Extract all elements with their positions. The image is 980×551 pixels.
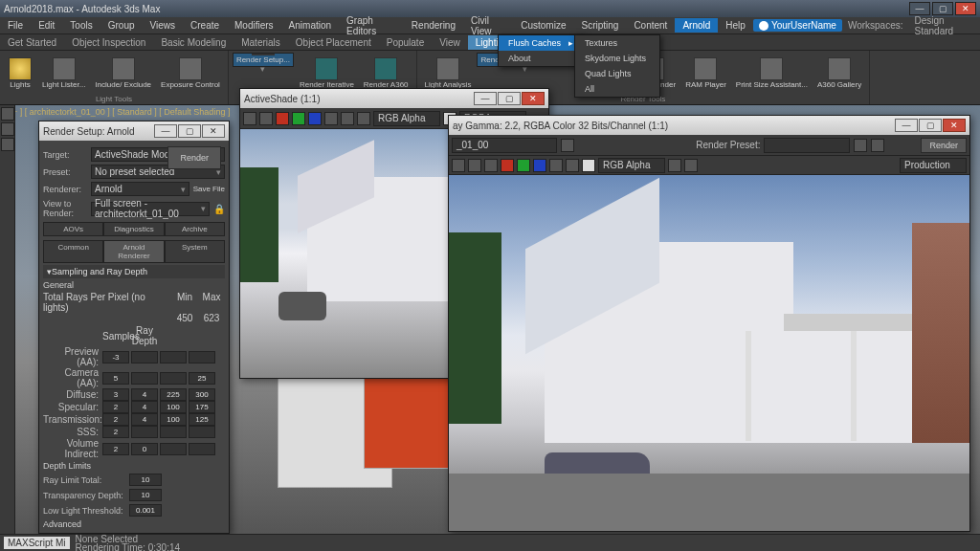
swatch-icon[interactable] (582, 159, 595, 172)
menu-scripting[interactable]: Scripting (573, 18, 626, 33)
lock-icon[interactable] (561, 139, 574, 152)
tool-icon[interactable] (1, 107, 14, 121)
tab-materials[interactable]: Materials (234, 35, 288, 50)
workspace-value[interactable]: Design Standard (909, 15, 980, 36)
menu-create[interactable]: Create (183, 18, 227, 33)
depth-input[interactable] (131, 426, 158, 438)
depth-input[interactable]: 4 (131, 401, 158, 413)
panel-min[interactable]: — (895, 119, 918, 132)
panel-max[interactable]: ▢ (919, 119, 942, 132)
ribbon-ramplayer[interactable]: RAM Player (681, 53, 730, 94)
ribbon-exposure[interactable]: Exposure Control (157, 53, 224, 94)
sample-input[interactable]: 2 (102, 426, 129, 438)
submenu-textures[interactable]: Textures (575, 35, 659, 51)
menu-rendering[interactable]: Rendering (404, 18, 463, 33)
channel-select-1[interactable]: RGB Alpha (373, 111, 440, 126)
window-close[interactable]: ✕ (955, 2, 976, 15)
tab-arnold[interactable]: Arnold Renderer (103, 240, 164, 263)
tab-populate[interactable]: Populate (379, 35, 432, 50)
menu-tools[interactable]: Tools (62, 18, 100, 33)
transdepth-input[interactable]: 10 (129, 489, 162, 501)
ribbon-printsize[interactable]: Print Size Assistant... (732, 53, 812, 94)
sample-input[interactable]: 3 (102, 388, 129, 401)
framebuffer-render[interactable] (449, 175, 969, 531)
red-channel-icon[interactable] (276, 112, 289, 125)
tab-aovs[interactable]: AOVs (43, 222, 103, 236)
fb-mode-select[interactable]: Production (900, 158, 967, 173)
overlay-icon[interactable] (668, 159, 681, 172)
blue-channel-icon[interactable] (308, 112, 322, 125)
sample-input[interactable]: 2 (102, 443, 129, 455)
tab-archive[interactable]: Archive (165, 222, 225, 236)
depth-input[interactable]: 0 (131, 443, 158, 455)
menu-edit[interactable]: Edit (31, 18, 62, 33)
raylimit-input[interactable]: 10 (129, 474, 162, 486)
sample-input[interactable]: 2 (102, 413, 129, 426)
window-maximize[interactable]: ▢ (932, 2, 953, 15)
activeshade-titlebar[interactable]: ActiveShade (1:1) —▢✕ (240, 89, 548, 108)
tool-icon[interactable] (1, 138, 14, 151)
tab-objinspect[interactable]: Object Inspection (64, 35, 153, 50)
tab-common[interactable]: Common (43, 240, 103, 263)
save-icon[interactable] (243, 112, 256, 125)
ribbon-include[interactable]: Include/ Exclude (91, 53, 155, 94)
fb-channel-select[interactable]: RGB Alpha (598, 158, 665, 173)
sample-input[interactable]: 2 (102, 401, 129, 413)
env-icon[interactable] (871, 139, 884, 152)
menu-flushcaches[interactable]: Flush Caches (499, 35, 583, 51)
menu-customize[interactable]: Customize (513, 18, 573, 33)
menu-about[interactable]: About (499, 51, 583, 66)
ribbon-lights[interactable]: Lights (4, 53, 36, 94)
submenu-quadlights[interactable]: Quad Lights (575, 66, 659, 81)
lowlight-input[interactable]: 0.001 (129, 504, 162, 517)
blue-channel-icon[interactable] (533, 159, 546, 172)
menu-help[interactable]: Help (718, 18, 753, 33)
alpha-icon[interactable] (324, 112, 338, 125)
menu-modifiers[interactable]: Modifiers (227, 18, 281, 33)
framebuffer-titlebar[interactable]: ay Gamma: 2.2, RGBA Color 32 Bits/Channe… (449, 116, 969, 135)
alpha-icon[interactable] (549, 159, 563, 172)
tab-system[interactable]: System (165, 240, 225, 263)
tool-icon[interactable] (1, 122, 14, 136)
green-channel-icon[interactable] (517, 159, 530, 172)
panel-close[interactable]: ✕ (522, 92, 545, 105)
submenu-skydome[interactable]: Skydome Lights (575, 51, 659, 66)
fb-view-select[interactable]: _01_00 (452, 138, 557, 153)
sample-input[interactable]: 5 (102, 372, 129, 385)
lock-icon[interactable]: 🔒 (213, 204, 225, 214)
menu-content[interactable]: Content (626, 18, 675, 33)
copy-icon[interactable] (259, 112, 273, 125)
sample-input[interactable]: -3 (102, 351, 129, 364)
fb-preset-select[interactable] (764, 138, 850, 153)
mono-icon[interactable] (566, 159, 579, 172)
panel-min[interactable]: — (474, 92, 497, 105)
panel-close[interactable]: ✕ (943, 119, 966, 132)
menu-group[interactable]: Group (100, 18, 143, 33)
ribbon-rendersetup[interactable]: Render Setup... (233, 53, 294, 67)
panel-max[interactable]: ▢ (498, 92, 521, 105)
green-channel-icon[interactable] (292, 112, 305, 125)
window-minimize[interactable]: — (909, 2, 930, 15)
ribbon-lightlister[interactable]: Light Lister... (38, 53, 89, 94)
tab-getstarted[interactable]: Get Started (0, 35, 64, 50)
clone-icon[interactable] (484, 159, 498, 172)
depth-input[interactable]: 4 (131, 413, 158, 426)
maxscript-listener[interactable]: MAXScript Mi (4, 537, 70, 549)
save-icon[interactable] (452, 159, 465, 172)
panel-close[interactable]: ✕ (202, 124, 225, 138)
renderer-select[interactable]: Arnold (91, 182, 189, 196)
render-setup-titlebar[interactable]: Render Setup: Arnold — ▢ ✕ (39, 121, 229, 141)
tab-basicmodel[interactable]: Basic Modeling (153, 35, 234, 50)
copy-icon[interactable] (468, 159, 481, 172)
tab-diag[interactable]: Diagnostics (103, 222, 164, 236)
panel-maximize[interactable]: ▢ (178, 124, 201, 138)
depth-input[interactable] (131, 372, 158, 385)
menu-views[interactable]: Views (143, 18, 184, 33)
menu-file[interactable]: File (0, 18, 31, 33)
depth-input[interactable]: 4 (131, 388, 158, 401)
region-icon[interactable] (684, 159, 698, 172)
depth-input[interactable] (131, 351, 158, 364)
menu-animation[interactable]: Animation (281, 18, 339, 33)
user-badge[interactable]: YourUserName (753, 19, 842, 32)
section-sampling[interactable]: Sampling and Ray Depth (43, 265, 225, 278)
